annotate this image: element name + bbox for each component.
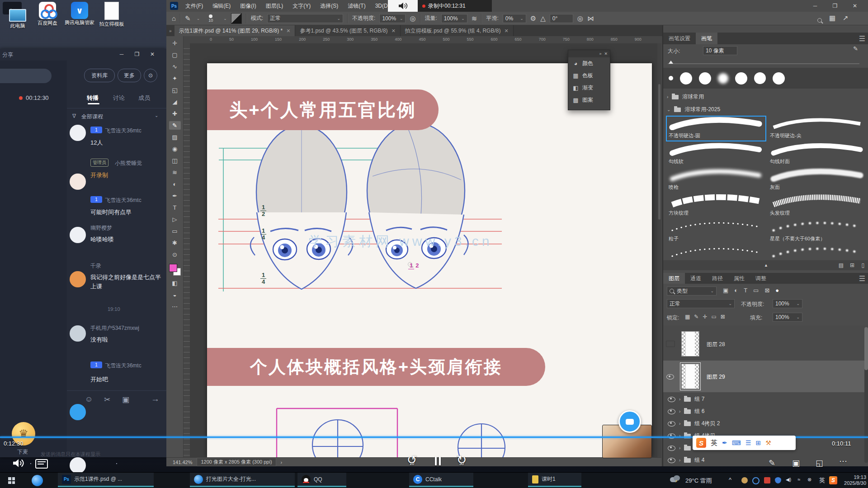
whiteboard-icon[interactable]: ▣ <box>792 458 800 468</box>
zoom-tool-icon[interactable]: ⊙ <box>169 250 181 259</box>
group-row[interactable]: ›组 6 <box>663 405 868 418</box>
layer-fill-field[interactable]: 100%⌄ <box>773 313 802 322</box>
avatar[interactable] <box>70 325 86 342</box>
workspace-icon[interactable]: ▦ <box>829 14 835 22</box>
brush-tip-icon[interactable] <box>735 72 747 84</box>
message-username[interactable]: 飞雪连天36mtc <box>105 127 142 135</box>
home-icon[interactable]: ⌂ <box>172 14 176 22</box>
brush-preset[interactable]: 方块纹理 <box>666 193 766 219</box>
layer-row[interactable]: 图层 28 <box>663 328 868 360</box>
menu-edit[interactable]: 编辑(E) <box>212 2 231 10</box>
tray-icon-3[interactable] <box>764 477 770 483</box>
slider-marker[interactable] <box>669 61 673 64</box>
flow-select[interactable]: 100%⌄ <box>441 14 467 23</box>
filter-pixel-icon[interactable]: ▣ <box>723 287 728 294</box>
panel-item-gradient[interactable]: ◧渐变 <box>568 82 610 94</box>
taskbar-item-lesson-doc[interactable]: 课时1 <box>528 473 581 487</box>
document-tab[interactable]: 参考1.psd @ 43.5% (图层 5, RGB/8)✕ <box>295 25 400 36</box>
wrench-icon[interactable]: ⚒ <box>765 439 771 446</box>
screenshot-scissors-icon[interactable]: ✂ <box>104 395 110 404</box>
avatar[interactable] <box>70 271 86 287</box>
group-row[interactable]: ›组 4 <box>663 454 868 466</box>
brush-preset[interactable]: 勾线软 <box>666 141 766 167</box>
opacity-select[interactable]: 100%⌄ <box>379 14 406 23</box>
tray-icon-1[interactable] <box>741 477 748 483</box>
more-options-icon[interactable]: ⋯ <box>839 456 847 466</box>
gradient-tool-icon[interactable]: ≋ <box>169 168 181 177</box>
panel-item-pattern[interactable]: ▩图案 <box>568 94 610 106</box>
blur-tool-icon[interactable]: ◐ <box>169 180 181 188</box>
brush-tool-icon[interactable]: ✎ <box>185 14 191 23</box>
volume-icon[interactable] <box>12 458 24 468</box>
tab-discuss[interactable]: 讨论 <box>113 94 125 102</box>
visibility-eye-icon[interactable] <box>668 446 675 451</box>
eyedropper-tool-icon[interactable]: ◢ <box>169 98 181 106</box>
layer-thumbnail[interactable] <box>681 364 699 389</box>
tray-link-icon[interactable]: ⊗ <box>807 477 811 483</box>
hand-tool-icon[interactable]: ✱ <box>169 239 181 247</box>
group-row[interactable]: ›组 7 <box>663 393 868 405</box>
menu-select[interactable]: 选择(S) <box>320 2 338 10</box>
document-tab-active[interactable]: 示范1课件.psd @ 141% (图层 29, RGB/8) *✕ <box>175 25 296 36</box>
lock-move-icon[interactable]: ✛ <box>703 314 707 320</box>
group-row[interactable]: ›组 4拷贝 2 <box>663 418 868 430</box>
smoothing-select[interactable]: 0%⌄ <box>503 14 526 23</box>
brush-folder-row-open[interactable]: ⌄ 溶球常用-2025 <box>667 106 720 113</box>
tray-volume-icon[interactable]: ◀) <box>786 477 791 483</box>
rewind-10-button[interactable]: ↺10 <box>404 453 420 469</box>
brush-preset[interactable]: 不透明硬边-尖 <box>767 116 868 141</box>
brush-preset-partial[interactable] <box>666 244 766 258</box>
tab-layers[interactable]: 图层 <box>663 273 685 284</box>
crop-tool-icon[interactable]: ◱ <box>169 86 181 94</box>
brush-preset[interactable]: 勾线封面 <box>767 141 868 167</box>
brush-tip-icon[interactable] <box>754 72 766 84</box>
visibility-eye-icon[interactable] <box>668 421 675 427</box>
move-tool-icon[interactable]: ✛ <box>169 39 181 47</box>
brush-tip-icon[interactable] <box>718 73 728 84</box>
status-chevron-icon[interactable]: › <box>281 460 283 465</box>
input-lang-label[interactable]: 英 <box>711 439 717 447</box>
panel-item-swatches[interactable]: ▦色板 <box>568 70 610 82</box>
filter-smart-icon[interactable]: ⊠ <box>764 287 769 294</box>
collapse-icon[interactable]: » <box>599 52 601 56</box>
brush-panel-toggle-icon[interactable] <box>231 13 242 24</box>
danmaku-toggle-icon[interactable] <box>35 459 48 469</box>
taskbar-item-photoshop[interactable]: Ps 示范1课件.psd @ ... <box>58 473 154 487</box>
sogou-logo-icon[interactable]: S <box>696 438 706 448</box>
message-username[interactable]: 小熊爱睡觉 <box>115 160 142 167</box>
taskbar-item-browser-doc[interactable]: 打光图片大全-打光... <box>190 473 295 487</box>
history-brush-tool-icon[interactable]: ◉ <box>169 145 181 153</box>
layer-filter-search[interactable]: 类型⌄ <box>667 286 717 296</box>
menu-3d[interactable]: 3D(D) <box>375 3 390 9</box>
chat-maximize-button[interactable]: ❐ <box>129 51 145 57</box>
foreground-color-swatch[interactable] <box>169 264 177 272</box>
tab-paths[interactable]: 路径 <box>707 273 728 284</box>
tab-broadcast[interactable]: 转播 <box>87 94 99 102</box>
brush-tool-icon[interactable]: ✎ <box>169 121 181 130</box>
brush-preview[interactable]: 10 <box>204 14 217 23</box>
path-select-tool-icon[interactable]: ▷ <box>169 215 181 224</box>
quick-mask-icon[interactable]: ◧ <box>169 279 181 287</box>
brush-tip-icon[interactable] <box>699 72 711 84</box>
brush-folder-row[interactable]: › 溶球常用 <box>667 93 704 101</box>
brush-preset[interactable]: 粒子 <box>666 219 766 244</box>
shrink-player-icon[interactable]: ◱ <box>816 458 823 468</box>
zoom-level[interactable]: 141.42% <box>173 460 192 465</box>
tray-network-icon[interactable]: ≈ <box>797 477 800 482</box>
avatar[interactable] <box>70 457 86 474</box>
visibility-eye-icon[interactable] <box>668 458 675 463</box>
lock-artboard-icon[interactable]: ▭ <box>711 314 716 320</box>
brush-preset[interactable]: 喷枪 <box>666 167 766 193</box>
message-username[interactable]: 幽野樱梦 <box>90 224 112 232</box>
blend-mode-select[interactable]: 正常⌄ <box>667 299 735 308</box>
clone-stamp-tool-icon[interactable]: ▨ <box>169 133 181 141</box>
image-icon[interactable]: ▣ <box>122 395 129 404</box>
sogou-tray-icon[interactable]: S <box>829 476 837 484</box>
layers-scrollbar[interactable] <box>864 327 868 463</box>
avatar[interactable] <box>70 227 86 243</box>
panel-item-color[interactable]: ◕颜色 <box>568 57 610 70</box>
message-username[interactable]: 飞雪连天36mtc <box>105 362 142 370</box>
tab-members[interactable]: 成员 <box>138 94 150 102</box>
layer-thumbnail[interactable] <box>681 331 699 357</box>
symmetry-icon[interactable]: ⋈ <box>587 14 594 23</box>
